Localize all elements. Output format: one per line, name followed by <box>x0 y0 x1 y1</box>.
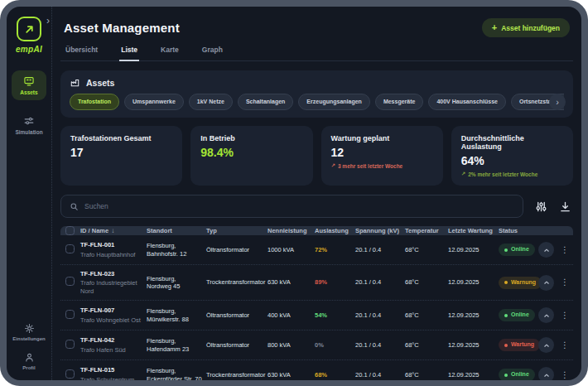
asset-name: Trafo Hafen Süd <box>80 346 143 354</box>
column-header-auslastung[interactable]: Auslastung <box>315 227 355 234</box>
sidebar-item-simulation[interactable]: Simulation <box>12 110 46 140</box>
stat-label: Durchschnittliche Auslastung <box>461 134 563 151</box>
asset-location: Flensburg, Bahnhofstr. 12 <box>147 242 206 258</box>
column-header-typ[interactable]: Typ <box>206 227 267 234</box>
tab[interactable]: Karte <box>159 46 181 61</box>
asset-location: Flensburg, Hafendamm 23 <box>147 337 206 353</box>
filter-chip[interactable]: Schaltanlagen <box>238 94 293 110</box>
row-checkbox[interactable] <box>65 340 75 349</box>
asset-type: Öltransformator <box>206 311 267 319</box>
table-row[interactable]: TF-FLN-015 Trafo Schulzentrum Flensburg,… <box>60 360 573 380</box>
column-header-nennleistung[interactable]: Nennleistung <box>267 227 315 234</box>
row-collapse-button[interactable] <box>538 275 554 291</box>
select-all-checkbox[interactable] <box>65 226 75 235</box>
trend-up-icon: ↗ <box>461 171 465 177</box>
status-dot-icon <box>504 344 508 347</box>
row-collapse-button[interactable] <box>538 242 554 258</box>
filter-chip[interactable]: Messgeräte <box>375 94 424 110</box>
asset-load: 72% <box>315 246 355 253</box>
table-row[interactable]: TF-FLN-007 Trafo Wohngebiet Ost Flensbur… <box>60 301 573 331</box>
tune-icon <box>535 200 547 213</box>
asset-type: Öltransformator <box>206 341 267 349</box>
asset-temperature: 68°C <box>405 341 448 349</box>
chevron-up-icon <box>542 246 551 254</box>
status-dot-icon <box>504 248 508 252</box>
column-header-id-name[interactable]: ID / Name ↓ <box>80 227 147 234</box>
stat-label: Trafostationen Gesamt <box>70 134 172 142</box>
sidebar-item-einstellungen[interactable]: Einstellungen <box>12 323 45 341</box>
status-badge: Online <box>499 369 535 380</box>
download-button[interactable] <box>559 200 571 213</box>
tab[interactable]: Graph <box>200 46 224 61</box>
table-body: TF-FLN-001 Trafo Hauptbahnhof Flensburg,… <box>60 235 573 380</box>
asset-id: TF-FLN-023 <box>80 270 143 277</box>
sidebar-item-assets[interactable]: Assets <box>12 70 46 100</box>
filter-chip[interactable]: Umspannwerke <box>124 94 184 110</box>
search-box <box>60 195 523 218</box>
panel-title: Assets <box>86 78 114 88</box>
row-checkbox[interactable] <box>65 277 75 286</box>
row-checkbox[interactable] <box>65 310 75 319</box>
column-header-temperatur[interactable]: Temperatur <box>405 227 448 234</box>
brand-logo <box>17 17 41 41</box>
sliders-icon <box>23 115 35 127</box>
row-collapse-button[interactable] <box>538 337 554 353</box>
chevron-up-icon <box>542 311 551 320</box>
sidebar-item-label: Profil <box>22 365 35 370</box>
sidebar-nav: Assets Simulation <box>12 70 46 140</box>
add-asset-button[interactable]: + Asset hinzufügen <box>482 18 570 37</box>
asset-type: Trockentransformator <box>206 371 267 379</box>
page-title: Asset Management <box>64 21 180 35</box>
asset-voltage: 20.1 / 0.4 <box>355 341 405 349</box>
row-menu-button[interactable]: ⋮ <box>561 278 569 287</box>
search-icon <box>70 202 79 211</box>
filter-settings-button[interactable] <box>535 200 547 213</box>
row-menu-button[interactable]: ⋮ <box>561 371 569 379</box>
asset-name: Trafo Hauptbahnhof <box>80 251 143 258</box>
asset-id: TF-FLN-001 <box>80 241 143 248</box>
sidebar-collapse-button[interactable]: › <box>46 16 50 26</box>
asset-load: 0% <box>315 341 355 349</box>
asset-name: Trafo Industriegebiet Nord <box>80 279 143 295</box>
table-row[interactable]: TF-FLN-001 Trafo Hauptbahnhof Flensburg,… <box>60 235 573 265</box>
column-header-spannung[interactable]: Spannung (kV) <box>355 227 405 234</box>
asset-temperature: 68°C <box>405 311 448 319</box>
asset-type-chips: Trafostation Umspannwerke 1kV Netze Scha… <box>70 94 564 110</box>
row-menu-button[interactable]: ⋮ <box>561 341 569 350</box>
asset-id: TF-FLN-007 <box>80 306 143 314</box>
row-checkbox[interactable] <box>65 244 75 253</box>
chevron-up-icon <box>542 371 551 379</box>
stat-trend-text: 2% mehr seit letzter Woche <box>468 171 537 177</box>
column-header-standort[interactable]: Standort <box>147 227 206 234</box>
filter-chip[interactable]: Erzeugungsanlagen <box>298 94 370 110</box>
row-collapse-button[interactable] <box>538 367 554 380</box>
asset-power: 630 kVA <box>267 278 315 286</box>
row-menu-button[interactable]: ⋮ <box>561 246 569 254</box>
assets-filter-panel: Assets Trafostation Umspannwerke 1kV Net… <box>60 70 573 118</box>
filter-chip[interactable]: Trafostation <box>70 94 119 110</box>
assets-table: ID / Name ↓ Standort Typ Nennleistung Au… <box>60 226 573 380</box>
row-checkbox[interactable] <box>65 369 75 379</box>
tab[interactable]: Übersicht <box>64 46 99 61</box>
sort-desc-icon: ↓ <box>111 227 114 234</box>
row-menu-button[interactable]: ⋮ <box>561 311 569 320</box>
chips-scroll-right-button[interactable]: › <box>549 94 566 110</box>
filter-chip[interactable]: 400V Hausanschlüsse <box>428 94 506 110</box>
asset-voltage: 20.1 / 0.4 <box>355 371 405 379</box>
asset-voltage: 20.1 / 0.4 <box>355 311 405 319</box>
sidebar-item-profil[interactable]: Profil <box>22 352 35 370</box>
table-row[interactable]: TF-FLN-042 Trafo Hafen Süd Flensburg, Ha… <box>60 331 573 360</box>
asset-power: 800 kVA <box>267 341 315 349</box>
gear-icon <box>24 323 35 334</box>
search-input[interactable] <box>84 202 514 210</box>
asset-load: 54% <box>315 311 355 319</box>
chevron-up-icon <box>542 341 551 350</box>
table-row[interactable]: TF-FLN-023 Trafo Industriegebiet Nord Fl… <box>60 265 573 301</box>
row-collapse-button[interactable] <box>538 307 554 323</box>
status-badge: Online <box>499 244 535 256</box>
sidebar-item-label: Einstellungen <box>12 336 45 341</box>
tab[interactable]: Liste <box>119 46 139 61</box>
filter-chip[interactable]: 1kV Netze <box>189 94 233 110</box>
column-header-status[interactable]: Status <box>499 227 538 234</box>
column-header-letzte-wartung[interactable]: Letzte Wartung <box>448 227 499 234</box>
